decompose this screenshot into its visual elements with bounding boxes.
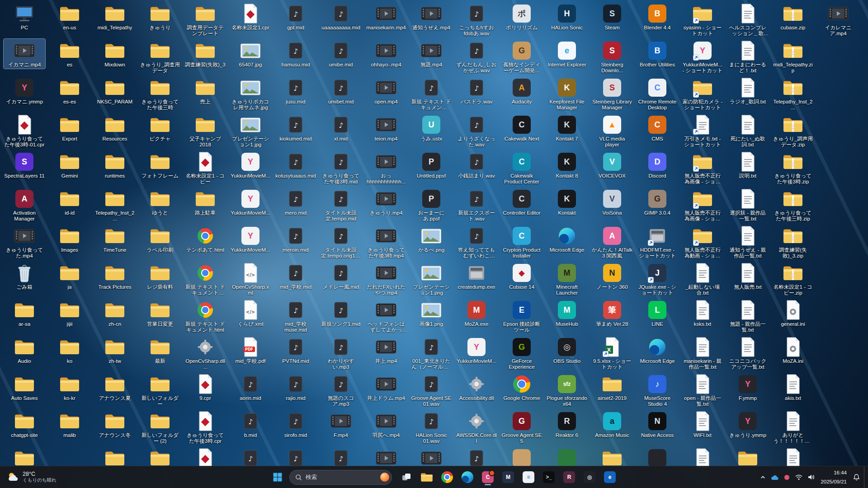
desktop-icon[interactable]: 無人販売不正行為動画 - ショートカット xyxy=(682,224,723,260)
desktop-icon[interactable]: akis.txt xyxy=(772,372,814,402)
desktop-icon[interactable]: Accessibility.dll xyxy=(456,372,497,402)
desktop-icon[interactable]: ♪meroin.mid xyxy=(275,224,316,254)
desktop-icon[interactable]: JJQuake.exe - ショートカット xyxy=(637,261,678,297)
desktop-icon[interactable]: YYukkuriMovieM... xyxy=(456,335,497,365)
desktop-icon[interactable]: 営業日変更 xyxy=(139,298,181,328)
desktop-icon[interactable]: ko-kr xyxy=(49,372,90,402)
desktop-icon[interactable]: テンポあて.html xyxy=(184,224,226,254)
desktop-icon[interactable]: Gemini xyxy=(49,150,90,180)
desktop-icon[interactable]: ピクチャ xyxy=(139,113,181,143)
desktop-icon[interactable]: NKSC_PARAM xyxy=(94,76,136,106)
desktop-icon[interactable]: ♪sirofo.mid xyxy=(275,409,316,439)
desktop-icon[interactable]: TimeTune xyxy=(94,224,136,254)
desktop-icon[interactable]: RReaktor 6 xyxy=(546,409,588,439)
tray-alert-button[interactable] xyxy=(781,469,793,485)
desktop-icon[interactable]: Google Chrome xyxy=(501,372,542,402)
desktop-icon[interactable]: G孤独なインディーゲーム開発者の一生... xyxy=(501,39,542,75)
desktop-icon[interactable]: ♪わかりやすい.mp3 xyxy=(320,335,362,371)
desktop-icon[interactable]: CCMS xyxy=(637,113,678,143)
desktop-icon[interactable]: KKontakt xyxy=(546,187,588,217)
desktop-icon[interactable]: アナウンス夏 xyxy=(94,372,136,402)
desktop-icon[interactable]: ko xyxy=(49,335,90,365)
desktop-icon[interactable]: 名称未設定1 - コピー.zip xyxy=(772,261,814,297)
desktop-icon[interactable]: だれだFXいれたやつ.mp4 xyxy=(365,261,407,297)
desktop-icon[interactable]: MMoZA.exe xyxy=(456,298,497,328)
desktop-icon[interactable]: GGIMP 3.0.4 xyxy=(637,187,678,217)
desktop-icon[interactable]: 新しいフォルダー xyxy=(139,372,181,408)
desktop-icon[interactable]: イカレマニア.mp4 xyxy=(817,2,859,38)
desktop-icon[interactable]: ありがとう！！！！！！.txt xyxy=(772,409,814,445)
desktop-icon[interactable]: ♪タイトル未設定.tempo.orig1.mid xyxy=(320,224,362,260)
desktop-icon[interactable]: Microsoft Edge xyxy=(637,335,678,365)
desktop-icon[interactable]: ニコニコバックアップ一覧.txt xyxy=(727,335,769,371)
desktop-icon[interactable]: かるべ.png xyxy=(410,224,452,254)
desktop-icon[interactable]: ♪aorin.mid xyxy=(230,372,271,402)
desktop-icon[interactable]: open.mp4 xyxy=(365,76,407,106)
desktop-icon[interactable]: open - 親作品一覧.txt xyxy=(682,372,723,408)
desktop-icon[interactable]: PUntitled.ppsf xyxy=(410,150,452,180)
desktop-icon[interactable]: ♪新規ソング1.mid xyxy=(320,298,362,328)
desktop-icon[interactable]: malib xyxy=(49,409,90,439)
terminal[interactable]: >_ xyxy=(540,468,558,486)
desktop-icon[interactable]: 無人販売.txt xyxy=(727,261,769,291)
desktop-icon[interactable]: ♪答え知っててもむずいわこれ.wav xyxy=(456,224,497,260)
desktop-icon[interactable]: ラジオ_歌詞.txt xyxy=(727,76,769,106)
desktop-icon[interactable]: きゅうり食ってた午後3時-01.cpr xyxy=(4,113,45,149)
desktop-icon[interactable]: プレゼンテーション1.jpg xyxy=(230,113,271,149)
desktop-icon[interactable]: ラベル印刷 xyxy=(139,224,181,254)
desktop-icon[interactable]: airset2-2019 xyxy=(591,372,633,402)
desktop-icon[interactable]: AWSSDK.Core.dll xyxy=(456,409,497,445)
desktop-icon[interactable]: OpenCvSharp.dll... xyxy=(184,335,226,371)
desktop-icon[interactable]: ポポリリリズム xyxy=(501,2,542,32)
task-view[interactable] xyxy=(397,468,415,486)
desktop-icon[interactable]: 65407.jpg xyxy=(230,39,271,69)
desktop-icon[interactable]: きゅうり食ってた午後三時.zip xyxy=(772,187,814,223)
search-input[interactable]: 検索 xyxy=(289,470,392,485)
desktop-icon[interactable]: ▲VLC media player xyxy=(591,113,633,149)
desktop-icon[interactable]: midi_Telepathy.zip xyxy=(772,39,814,75)
desktop-icon[interactable]: Uうみ.ustx xyxy=(410,113,452,143)
music-app[interactable]: M xyxy=(499,468,517,486)
desktop-icon[interactable]: Telepathy_Inst_2... xyxy=(94,187,136,223)
desktop-icon[interactable]: SSteam xyxy=(591,2,633,32)
desktop-icon[interactable]: 選択肢 - 親作品一覧.txt xyxy=(727,187,769,223)
desktop-icon[interactable]: ♪新規 テキスト ドキュメント.musicxml xyxy=(410,76,452,112)
desktop-icon[interactable]: manisekarin - 親作品一覧.txt xyxy=(682,335,723,371)
desktop-icon[interactable]: 無人販売不正行為画像 - ショートカット xyxy=(682,150,723,186)
desktop-icon[interactable]: WIFI.txt xyxy=(682,409,723,439)
desktop-icon[interactable]: 説明.txt xyxy=(727,150,769,180)
desktop-icon[interactable]: VVOICEVOX xyxy=(591,150,633,180)
desktop-icon[interactable]: _起動しない場合.txt xyxy=(682,261,723,297)
notepad[interactable]: ≡ xyxy=(519,468,538,486)
desktop-icon[interactable]: </>くらび.xml xyxy=(230,298,271,328)
desktop-icon[interactable]: 調査用データテンプレート xyxy=(184,2,226,38)
desktop-icon[interactable]: runtimes xyxy=(94,150,136,180)
desktop-icon[interactable]: ♪タイトル未設定.tempo.mid xyxy=(320,187,362,223)
desktop-icon[interactable]: </>OpenCvSharp.xml xyxy=(230,261,271,297)
desktop-icon[interactable]: sfzPlogue sforzando x64 xyxy=(546,372,588,408)
desktop-icon[interactable]: CChrome Remote Desktop xyxy=(637,76,678,112)
desktop-icon[interactable]: Export xyxy=(49,113,90,143)
volume-button[interactable] xyxy=(805,469,817,485)
desktop-icon[interactable]: ♪小銭詰まり.wav xyxy=(456,150,497,180)
tray-overflow-button[interactable] xyxy=(757,469,769,485)
desktop-icon[interactable]: ♪umibe.mid xyxy=(320,39,362,69)
tray-cloud-button[interactable] xyxy=(769,469,781,485)
desktop-icon[interactable]: 無題.mp4 xyxy=(410,39,452,69)
desktop-icon[interactable]: MMuseHub xyxy=(546,298,588,328)
desktop-icon[interactable]: X9.5.xlsx - ショートカット xyxy=(591,335,633,371)
desktop-icon[interactable]: CCakewalk Next xyxy=(501,113,542,143)
desktop-icon[interactable]: プレゼンテーション1.png xyxy=(410,261,452,297)
desktop-icon[interactable]: ♪HALion Sonic 01.wav xyxy=(410,409,452,445)
desktop-icon[interactable]: ♪新規エクスポート.wav xyxy=(456,187,497,223)
desktop-icon[interactable]: きゅうり xyxy=(139,2,181,32)
desktop-icon[interactable]: 死にたい_ぬ歌詞.txt xyxy=(727,113,769,149)
desktop-icon[interactable]: きゅうり食ってた午後3時.cpr xyxy=(184,409,226,445)
desktop-icon[interactable]: id-id xyxy=(49,187,90,217)
desktop-icon[interactable]: Audio xyxy=(4,335,45,365)
desktop-icon[interactable]: ♪001_東北きりたん（ノーマル）_今じゃ... xyxy=(410,335,452,371)
desktop-icon[interactable]: EEpson 接続診断ツール xyxy=(501,298,542,334)
desktop-icon[interactable]: teion.mp4 xyxy=(365,113,407,143)
desktop[interactable]: PCイカマニ.mp4Yイカマニ.ymmpきゅうり食ってた午後3時-01.cprS… xyxy=(0,0,868,488)
desktop-icon[interactable]: ヘッドフォンはずしてよかった.mp4 xyxy=(365,298,407,334)
